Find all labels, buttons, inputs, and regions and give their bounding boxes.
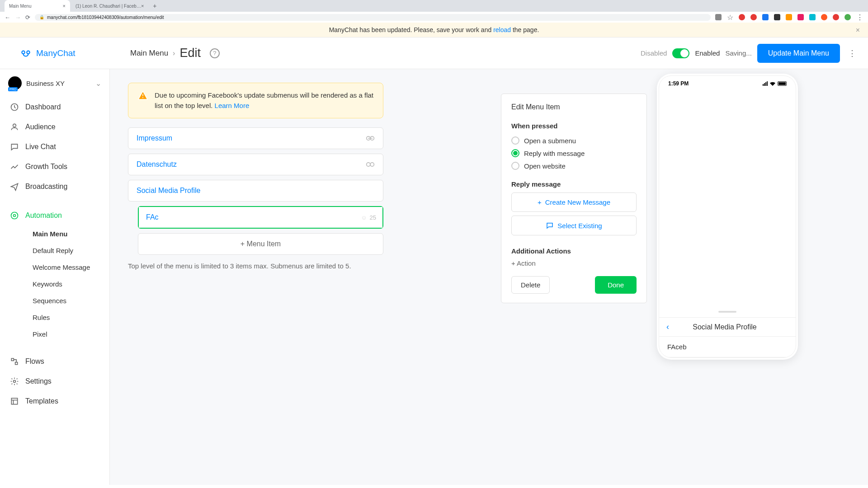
address-bar[interactable]: 🔒 manychat.com/fb181039442408309/automat… (35, 14, 711, 21)
star-icon[interactable]: ☆ (727, 13, 733, 22)
sidebar-item-label: Automation (25, 211, 62, 220)
close-icon[interactable]: × (141, 3, 144, 9)
menu-item-row[interactable]: Social Media Profile (128, 180, 383, 202)
add-menu-item-button[interactable]: + Menu Item (138, 233, 383, 255)
phone-menu-item[interactable]: FAceb (659, 337, 796, 357)
browser-tab[interactable]: (1) Leon R. Chaudhari | Faceb… × (71, 0, 148, 12)
sidebar-item-livechat[interactable]: Live Chat (0, 137, 109, 157)
back-button[interactable]: ← (5, 14, 10, 21)
menu-item-input[interactable] (139, 207, 382, 228)
sidebar-item-label: Audience (25, 123, 56, 131)
chevron-down-icon: ⌄ (95, 79, 101, 88)
svg-point-1 (27, 51, 29, 54)
menu-item-row[interactable]: Impressum (128, 127, 383, 149)
help-icon[interactable]: ? (210, 48, 220, 58)
extension-icon[interactable] (797, 14, 804, 20)
extension-icon[interactable] (750, 14, 757, 20)
workspace-avatar (8, 76, 22, 90)
extension-icon[interactable] (833, 14, 839, 20)
svg-point-4 (14, 215, 16, 217)
menu-item-row[interactable]: Datenschutz (128, 154, 383, 175)
svg-point-0 (22, 51, 25, 54)
svg-point-3 (13, 124, 16, 127)
update-main-menu-button[interactable]: Update Main Menu (757, 44, 840, 63)
close-icon[interactable]: × (63, 3, 66, 9)
svg-point-8 (14, 380, 16, 383)
radio-reply-message[interactable]: Reply with message (511, 147, 637, 160)
learn-more-link[interactable]: Learn More (215, 102, 250, 109)
reload-link[interactable]: reload (493, 26, 511, 33)
extension-icon[interactable] (715, 14, 722, 20)
extension-icon[interactable] (739, 14, 745, 20)
reload-button[interactable]: ⟳ (25, 14, 30, 21)
enabled-toggle[interactable] (672, 48, 689, 58)
subnav-sequences[interactable]: Sequences (33, 292, 109, 309)
subnav-pixel[interactable]: Pixel (33, 326, 109, 343)
extension-icon[interactable] (774, 14, 780, 20)
subnav-keywords[interactable]: Keywords (33, 276, 109, 292)
sidebar-item-label: Settings (25, 377, 52, 385)
svg-point-5 (11, 212, 18, 219)
sidebar-item-settings[interactable]: Settings (0, 371, 109, 391)
sidebar-item-dashboard[interactable]: Dashboard (0, 97, 109, 117)
more-icon[interactable]: ⋮ (845, 48, 859, 58)
phone-status-bar: 1:59 PM (659, 76, 796, 89)
svg-rect-6 (11, 358, 14, 361)
link-icon (366, 161, 375, 168)
logo[interactable]: ManyChat (0, 47, 110, 59)
select-existing-button[interactable]: Select Existing (511, 216, 637, 235)
sidebar-item-broadcasting[interactable]: Broadcasting (0, 177, 109, 197)
content-area: Due to upcoming Facebook's update submen… (110, 69, 868, 485)
workspace-selector[interactable]: Business XY ⌄ (0, 69, 109, 97)
create-new-message-button[interactable]: + Create New Message (511, 192, 637, 212)
menu-item-label: Impressum (137, 134, 172, 142)
menu-item-label: Datenschutz (137, 160, 177, 169)
sidebar-item-audience[interactable]: Audience (0, 117, 109, 137)
automation-icon (10, 211, 19, 220)
extension-icon[interactable] (786, 14, 792, 20)
sidebar-item-growth[interactable]: Growth Tools (0, 157, 109, 177)
radio-open-submenu[interactable]: Open a submenu (511, 134, 637, 147)
radio-open-website[interactable]: Open website (511, 160, 637, 172)
emoji-icon[interactable]: ☺ (361, 214, 367, 221)
breadcrumb-item[interactable]: Main Menu (130, 49, 168, 58)
wifi-icon (769, 81, 776, 86)
browser-tab[interactable]: Main Menu × (5, 0, 70, 12)
sidebar-item-label: Dashboard (25, 103, 61, 111)
templates-icon (10, 397, 19, 406)
extension-icon[interactable] (809, 14, 816, 20)
phone-time: 1:59 PM (668, 80, 689, 87)
url-text: manychat.com/fb181039442408309/automatio… (47, 15, 164, 20)
add-tab-button[interactable]: + (153, 2, 156, 9)
svg-rect-9 (11, 398, 17, 404)
sidebar-item-label: Broadcasting (25, 183, 67, 191)
battery-icon (778, 81, 787, 86)
alert-box: Due to upcoming Facebook's update submen… (128, 83, 383, 118)
add-action-button[interactable]: + Action (511, 259, 637, 267)
sidebar-item-automation[interactable]: Automation (0, 206, 109, 225)
delete-button[interactable]: Delete (511, 276, 550, 294)
phone-nav-title: Social Media Profile (669, 323, 780, 331)
forward-button[interactable]: → (15, 14, 21, 21)
sidebar-item-label: Live Chat (25, 143, 56, 151)
profile-avatar[interactable] (844, 14, 851, 20)
logo-text: ManyChat (36, 48, 75, 58)
extension-icon[interactable] (821, 14, 827, 20)
char-counter: ☺ 25 (361, 214, 376, 221)
sidebar-item-templates[interactable]: Templates (0, 391, 109, 411)
subnav-rules[interactable]: Rules (33, 309, 109, 326)
extension-icon[interactable] (762, 14, 769, 20)
subnav-welcome[interactable]: Welcome Message (33, 259, 109, 276)
svg-point-12 (367, 163, 370, 166)
subnav-main-menu[interactable]: Main Menu (33, 225, 109, 242)
sidebar-item-flows[interactable]: Flows (0, 352, 109, 371)
radio-label: Reply with message (524, 150, 585, 157)
audience-icon (10, 122, 19, 131)
notif-text: ManyChat has been updated. Please, save … (329, 26, 493, 33)
menu-icon[interactable]: ⋮ (856, 13, 863, 22)
radio-icon (511, 136, 519, 145)
done-button[interactable]: Done (595, 276, 637, 294)
close-icon[interactable]: × (856, 26, 860, 34)
gear-icon (10, 377, 19, 386)
subnav-default-reply[interactable]: Default Reply (33, 242, 109, 259)
